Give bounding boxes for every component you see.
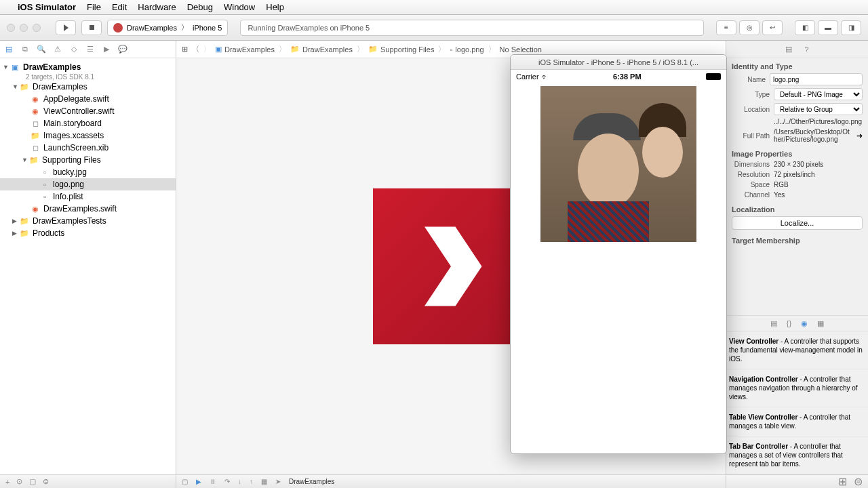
- pause-icon[interactable]: ⏸: [210, 478, 216, 485]
- group-drawexamples[interactable]: ▼📁 DrawExamples: [0, 81, 176, 93]
- project-tree: ▼▣ DrawExamples 2 targets, iOS SDK 8.1 ▼…: [0, 58, 176, 474]
- colorspace-value: RGB: [774, 181, 863, 188]
- macos-menubar: iOS Simulator File Edit Hardware Debug W…: [0, 0, 868, 15]
- back-button[interactable]: 〈: [192, 44, 199, 54]
- identity-header: Identity and Type: [732, 62, 863, 70]
- file-bucky-jpg[interactable]: ▫bucky.jpg: [0, 166, 176, 178]
- report-navigator-icon[interactable]: 💬: [118, 45, 127, 54]
- file-viewcontroller[interactable]: ◉ViewController.swift: [0, 105, 176, 117]
- step-out-icon[interactable]: ↑: [250, 478, 253, 485]
- localize-button[interactable]: Localize...: [732, 216, 863, 230]
- find-navigator-icon[interactable]: 🔍: [37, 45, 46, 54]
- object-library-list[interactable]: View Controller - A controller that supp…: [726, 331, 868, 474]
- inspector-tabs: ▤ ?: [726, 41, 868, 58]
- minimize-window-button[interactable]: [20, 24, 28, 32]
- file-xcassets[interactable]: 📁Images.xcassets: [0, 129, 176, 142]
- menu-hardware[interactable]: Hardware: [138, 2, 176, 12]
- code-snippet-library-icon[interactable]: {}: [787, 319, 791, 327]
- media-library-icon[interactable]: ▦: [817, 319, 824, 328]
- close-window-button[interactable]: [7, 24, 15, 32]
- library-item[interactable]: Table View Controller - A controller tha…: [726, 407, 868, 436]
- toggle-debug-console-icon[interactable]: ▢: [182, 478, 188, 485]
- file-info-plist[interactable]: ▫Info.plist: [0, 190, 176, 203]
- file-launchscreen[interactable]: ◻LaunchScreen.xib: [0, 142, 176, 154]
- run-button[interactable]: [56, 20, 76, 35]
- battery-icon: [706, 73, 721, 80]
- library-tabs: ▤ {} ◉ ▦: [726, 315, 868, 331]
- breakpoints-icon[interactable]: ▶: [196, 478, 201, 485]
- menu-edit[interactable]: Edit: [112, 2, 127, 12]
- localization-header: Localization: [732, 205, 863, 214]
- symbol-navigator-icon[interactable]: ⧉: [20, 45, 30, 54]
- object-library-icon[interactable]: ◉: [801, 319, 808, 328]
- standard-editor-button[interactable]: ≡: [716, 20, 736, 35]
- props-header: Image Properties: [732, 150, 863, 158]
- project-root[interactable]: ▼▣ DrawExamples: [0, 61, 176, 73]
- group-tests[interactable]: ▶📁 DrawExamplesTests: [0, 215, 176, 227]
- version-editor-button[interactable]: ↩: [762, 20, 783, 35]
- name-field[interactable]: [770, 73, 863, 85]
- simulator-titlebar[interactable]: iOS Simulator - iPhone 5 - iPhone 5 / iO…: [511, 55, 726, 70]
- menu-file[interactable]: File: [87, 2, 101, 12]
- debug-navigator-icon[interactable]: ☰: [85, 45, 95, 54]
- jump-seg-5[interactable]: No Selection: [500, 45, 542, 54]
- scheme-selector[interactable]: DrawExamples 〉 iPhone 5: [107, 20, 228, 36]
- jump-seg-1[interactable]: ▣DrawExamples: [215, 45, 275, 54]
- stop-button[interactable]: [81, 20, 102, 35]
- quick-help-icon[interactable]: ?: [804, 45, 808, 54]
- zoom-window-button[interactable]: [33, 24, 41, 32]
- group-supporting-files[interactable]: ▼📁 Supporting Files: [0, 154, 176, 166]
- jump-seg-2[interactable]: 📁DrawExamples: [290, 45, 353, 54]
- ios-simulator-window[interactable]: iOS Simulator - iPhone 5 - iPhone 5 / iO…: [510, 54, 727, 454]
- issue-navigator-icon[interactable]: ⚠: [53, 45, 62, 54]
- forward-button[interactable]: 〉: [203, 44, 211, 54]
- reveal-arrow-icon[interactable]: ➜: [856, 131, 863, 140]
- navigator-panel: ▤ ⧉ 🔍 ⚠ ◇ ☰ ▶ 💬 ▼▣ DrawExamples 2 target…: [0, 41, 176, 474]
- menu-window[interactable]: Window: [224, 2, 255, 12]
- file-drawexamples-swift[interactable]: ◉DrawExamples.swift: [0, 203, 176, 215]
- breakpoint-navigator-icon[interactable]: ▶: [102, 45, 111, 54]
- file-logo-png[interactable]: ▫logo.png: [0, 178, 176, 190]
- menu-help[interactable]: Help: [266, 2, 284, 12]
- fullpath-label: Full Path: [732, 132, 770, 140]
- step-in-icon[interactable]: ↓: [238, 478, 241, 485]
- jump-seg-3[interactable]: 📁Supporting Files: [368, 45, 435, 54]
- simulator-app-content[interactable]: [511, 86, 726, 242]
- step-over-icon[interactable]: ↷: [224, 478, 230, 485]
- library-grid-icon[interactable]: ⊞: [838, 475, 847, 488]
- scheme-target: DrawExamples: [127, 24, 177, 32]
- file-storyboard[interactable]: ◻Main.storyboard: [0, 117, 176, 129]
- filter-icon[interactable]: ⊜: [43, 477, 49, 486]
- toggle-navigator-button[interactable]: ◧: [795, 20, 815, 35]
- assistant-editor-button[interactable]: ◎: [739, 20, 760, 35]
- file-appdelegate[interactable]: ◉AppDelegate.swift: [0, 93, 176, 105]
- toggle-debug-button[interactable]: ▬: [818, 20, 838, 35]
- simulator-time: 6:38 PM: [613, 73, 642, 81]
- carrier-label: Carrier: [516, 73, 539, 81]
- filter-recent-icon[interactable]: ⊙: [16, 477, 22, 486]
- jump-seg-4[interactable]: ▫logo.png: [450, 45, 484, 54]
- test-navigator-icon[interactable]: ◇: [69, 45, 79, 54]
- project-navigator-icon[interactable]: ▤: [4, 45, 14, 54]
- related-items-icon[interactable]: ⊞: [182, 45, 188, 54]
- location-select[interactable]: Relative to Group: [774, 103, 863, 115]
- location-icon[interactable]: ➤: [275, 478, 281, 485]
- add-button[interactable]: +: [5, 478, 9, 486]
- filter-scm-icon[interactable]: ▢: [29, 477, 36, 486]
- file-inspector-icon[interactable]: ▤: [785, 45, 792, 54]
- toggle-utilities-button[interactable]: ◨: [841, 20, 861, 35]
- library-item[interactable]: Navigation Controller - A controller tha…: [726, 369, 868, 407]
- menu-debug[interactable]: Debug: [187, 2, 213, 12]
- library-filter-icon[interactable]: ⊜: [854, 475, 863, 488]
- type-select[interactable]: Default - PNG Image: [774, 88, 863, 100]
- debug-view-icon[interactable]: ▦: [261, 478, 267, 485]
- relative-path: ../../../Other/Pictures/logo.png: [774, 118, 863, 125]
- group-products[interactable]: ▶📁 Products: [0, 227, 176, 239]
- debug-target[interactable]: DrawExamples: [289, 478, 334, 485]
- library-item[interactable]: Tab Bar Controller - A controller that m…: [726, 436, 868, 474]
- file-template-library-icon[interactable]: ▤: [770, 319, 777, 328]
- app-name[interactable]: iOS Simulator: [18, 2, 76, 12]
- fullpath-value: /Users/Bucky/Desktop/Other/Pictures/logo…: [774, 128, 852, 143]
- bottom-bar: + ⊙ ▢ ⊜ ▢ ▶ ⏸ ↷ ↓ ↑ ▦ ➤ DrawExamples ⊞ ⊜: [0, 474, 868, 488]
- library-item[interactable]: View Controller - A controller that supp…: [726, 331, 868, 369]
